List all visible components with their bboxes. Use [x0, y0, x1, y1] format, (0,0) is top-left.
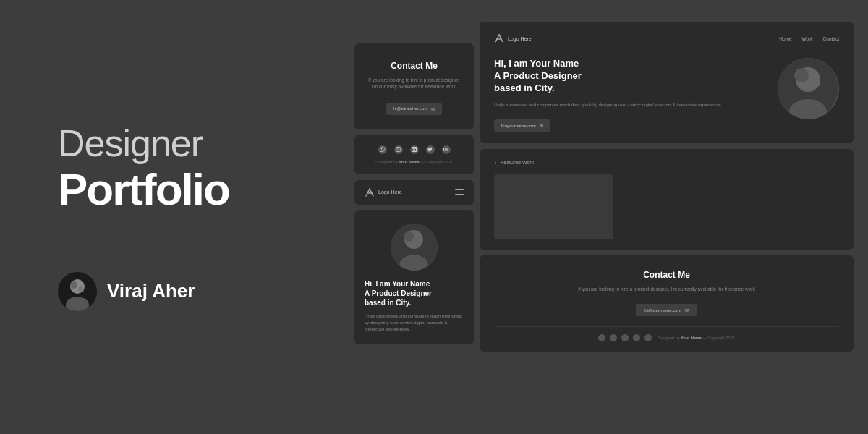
mobile-contact-card: Contact Me If you are looking to hire a … [354, 43, 474, 129]
left-section: Designer Portfolio Viraj Aher [0, 80, 347, 354]
mobile-nav-card: Logo Here [354, 180, 474, 205]
email-icon: ✉ [540, 123, 543, 128]
mobile-hero-avatar [391, 224, 438, 271]
desktop-featured-work-card: ↓ Featured Work [480, 149, 854, 250]
footer-behance-icon[interactable] [644, 334, 652, 341]
right-section: Contact Me If you are looking to hire a … [347, 0, 868, 434]
desktop-hero-avatar [778, 58, 839, 119]
social-icons-row [367, 145, 461, 154]
footer-instagram-icon[interactable] [610, 334, 617, 341]
desktop-top-card: Logo Here Home Work Contact Hi, I am You… [480, 22, 854, 143]
email-icon: ✉ [431, 106, 435, 111]
svg-point-8 [404, 231, 414, 242]
author-name: Viraj Aher [107, 280, 195, 302]
footer-copyright: Designed by Your Name — Copyright 2021 [658, 336, 735, 340]
work-thumbnail [494, 174, 613, 239]
desktop-hero-desc: I help businesses and companies reach th… [494, 102, 763, 109]
title-designer: Designer Portfolio [58, 123, 304, 213]
desktop-hero: Hi, I am Your NameA Product Designerbase… [494, 58, 839, 132]
desktop-logo: Logo Here [494, 33, 532, 43]
mobile-email-button[interactable]: hi@viirajaher.com ✉ [386, 103, 443, 115]
desktop-email-button[interactable]: hi@yourname.com ✉ [636, 304, 697, 316]
nav-home[interactable]: Home [779, 36, 791, 41]
desktop-contact-card: Contact Me If you are looking to hire a … [480, 255, 854, 352]
twitter-icon[interactable] [426, 145, 435, 154]
behance-icon[interactable] [442, 145, 451, 154]
footer-linkedin-icon[interactable] [621, 334, 629, 341]
mobile-contact-desc: If you are looking to hire a product des… [367, 77, 461, 90]
footer-twitter-icon[interactable] [633, 334, 640, 341]
desktop-nav: Logo Here Home Work Contact [494, 33, 839, 43]
avatar [58, 272, 97, 311]
mobile-social-card: Designed by Your Name — Copyright 2021 [354, 135, 474, 174]
svg-point-4 [78, 286, 84, 292]
mobile-logo: Logo Here [365, 187, 402, 197]
mobile-mockup: Contact Me If you are looking to hire a … [354, 43, 474, 344]
email-icon: ✉ [685, 307, 689, 312]
desktop-mockup: Logo Here Home Work Contact Hi, I am You… [480, 22, 854, 352]
mobile-hero-card: Hi, I am Your NameA Product Designerbase… [354, 210, 474, 344]
mobile-hero-title: Hi, I am Your NameA Product Designerbase… [365, 279, 464, 307]
svg-point-13 [810, 77, 820, 88]
svg-point-12 [794, 68, 809, 82]
mobile-logo-text: Logo Here [378, 190, 402, 195]
featured-label: ↓ Featured Work [494, 159, 839, 166]
svg-point-3 [70, 281, 77, 289]
desktop-nav-links: Home Work Contact [779, 36, 839, 41]
mobile-hero-desc: I help businesses and companies reach th… [365, 313, 464, 333]
desktop-contact-title: Contact Me [494, 270, 839, 280]
desktop-social-icons [598, 334, 652, 341]
desktop-hero-title: Hi, I am Your NameA Product Designerbase… [494, 58, 763, 95]
author-section: Viraj Aher [58, 272, 304, 311]
linkedin-icon[interactable] [410, 145, 419, 154]
mobile-contact-title: Contact Me [367, 61, 461, 71]
whatsapp-icon[interactable] [378, 145, 387, 154]
desktop-contact-desc: If you are looking to hire a product des… [494, 286, 839, 293]
desktop-footer: Designed by Your Name — Copyright 2021 [494, 326, 839, 341]
desktop-cta-button[interactable]: hiayourname.com ✉ [494, 119, 550, 132]
hamburger-menu-icon[interactable] [455, 189, 464, 195]
nav-contact[interactable]: Contact [823, 36, 839, 41]
copyright-text: Designed by Your Name — Copyright 2021 [367, 160, 461, 164]
nav-work[interactable]: Work [802, 36, 813, 41]
desktop-hero-text: Hi, I am Your NameA Product Designerbase… [494, 58, 763, 132]
footer-whatsapp-icon[interactable] [598, 334, 605, 341]
instagram-icon[interactable] [394, 145, 403, 154]
